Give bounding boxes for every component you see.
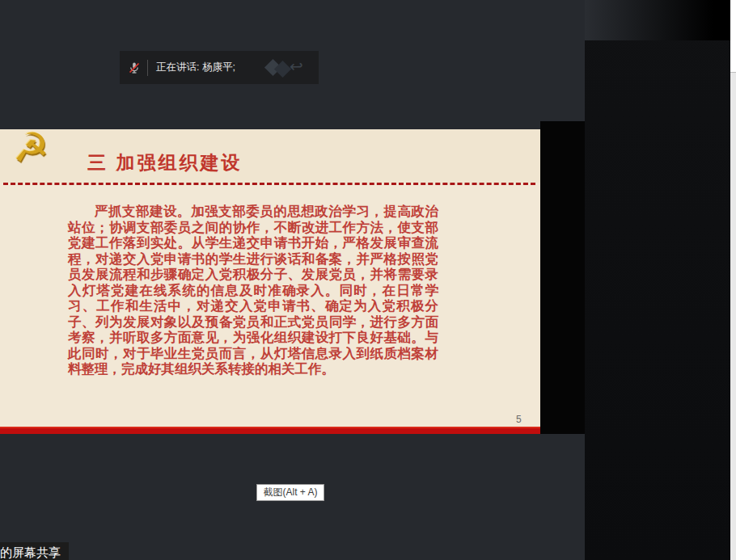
- sidebar-scrollbar-track[interactable]: [730, 0, 736, 560]
- mic-muted-icon: [128, 61, 141, 74]
- slide-title: 三 加强组织建设: [87, 150, 242, 175]
- slide-footer-bar: [0, 427, 540, 434]
- party-emblem-icon: ☭: [13, 129, 49, 171]
- speaking-status-bar: 正在讲话: 杨康平; ↩: [120, 51, 319, 84]
- divider: [147, 60, 148, 76]
- sidebar-top-fade: [585, 0, 736, 40]
- slide-page-number: 5: [516, 414, 522, 425]
- share-letterbox: [540, 121, 585, 434]
- meeting-watermark-logo: ↩: [262, 57, 314, 78]
- speaking-label: 正在讲话: 杨康平;: [156, 61, 235, 74]
- slide-header-divider: [3, 183, 535, 185]
- screen-share-area: 正在讲话: 杨康平; ↩ ☭ 三 加强组织建设 严抓支部建设。加强支部委员的思想…: [0, 0, 585, 560]
- shared-slide: ☭ 三 加强组织建设 严抓支部建设。加强支部委员的思想政治学习，提高政治站位；协…: [0, 129, 540, 434]
- meeting-window: 正在讲话: 杨康平; ↩ ☭ 三 加强组织建设 严抓支部建设。加强支部委员的思想…: [0, 0, 736, 560]
- sidebar-scrollbar-thumb[interactable]: [730, 0, 736, 73]
- participants-sidebar: 杨康平的屏幕共享 ᵛᵛᵛ 支部书记述职 外国语学院 2023.1.12: [585, 0, 736, 560]
- screenshot-button[interactable]: 截图(Alt + A): [256, 484, 324, 501]
- slide-body-text: 严抓支部建设。加强支部委员的思想政治学习，提高政治站位；协调支部委员之间的协作，…: [68, 204, 438, 377]
- slide-header: [0, 129, 540, 183]
- corner-share-label: 的屏幕共享: [0, 542, 69, 560]
